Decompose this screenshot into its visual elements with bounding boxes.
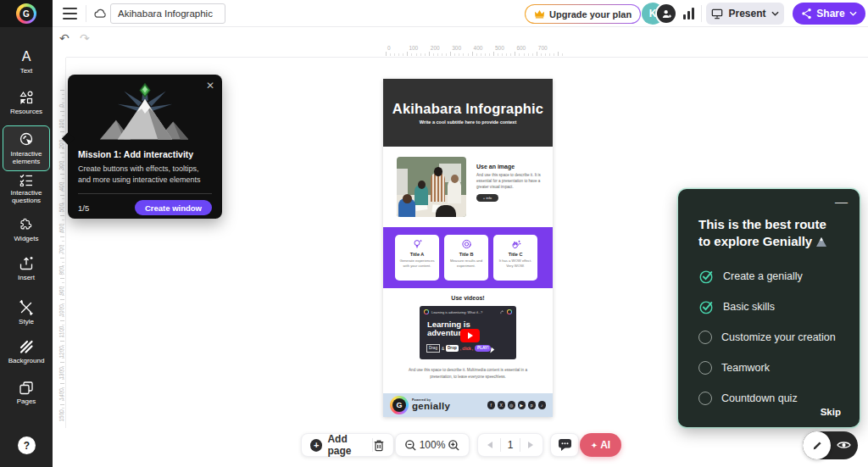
card-title: Title B <box>459 252 474 257</box>
zoom-out-button[interactable] <box>404 439 417 452</box>
share-button[interactable]: Share <box>793 3 865 25</box>
invite-collaborator-button[interactable] <box>655 3 677 25</box>
project-title-input[interactable] <box>110 3 225 24</box>
create-window-button[interactable]: Create window <box>135 200 212 215</box>
add-page-button[interactable]: + Add page <box>310 433 372 457</box>
meeting-photo[interactable] <box>397 157 466 217</box>
sidebar-item-label: Background <box>8 357 45 364</box>
zoom-controls-group: 100% <box>395 433 470 457</box>
sidebar-item-widgets[interactable]: Widgets <box>0 217 53 242</box>
card-title-b[interactable]: Title B Measure results and experiment. <box>444 235 488 281</box>
mission-mountain-illustration <box>68 83 222 146</box>
checklist-item-create-a-genially[interactable]: Create a genially <box>698 261 860 292</box>
genially-wordmark: genially <box>412 402 450 412</box>
sidebar-item-resources[interactable]: Resources <box>0 90 53 115</box>
sidebar-item-label: Widgets <box>14 235 39 242</box>
check-circle-icon <box>698 269 714 284</box>
eye-icon <box>837 439 851 451</box>
infographic-title[interactable]: Akihabara Infographic <box>392 101 543 116</box>
redo-button[interactable]: ↷ <box>80 31 90 45</box>
checklist-item-label: Create a genially <box>723 270 803 282</box>
cursor-icon <box>491 347 495 354</box>
checklist-item-teamwork[interactable]: Teamwork <box>698 353 860 383</box>
image-section-heading[interactable]: Use an image <box>476 164 541 170</box>
genially-logo-icon: G <box>16 3 36 24</box>
infographic-subtitle[interactable]: Write a cool subtitle here to provide co… <box>420 120 517 125</box>
top-bar: G Upgrade your plan K Present Share <box>0 0 868 27</box>
target-icon <box>461 239 472 250</box>
youtube-play-button[interactable] <box>460 329 480 342</box>
canvas-artboard[interactable]: Akihabara Infographic Write a cool subti… <box>383 79 553 417</box>
image-section: Use an image And use this space to descr… <box>383 147 553 227</box>
zoom-in-button[interactable] <box>448 439 460 452</box>
checklist-item-basic-skills[interactable]: Basic skills <box>698 292 860 322</box>
previous-page-button[interactable] <box>487 441 493 449</box>
infographic-footer[interactable]: G Powered by genially f X ◎ ▶ p ♪ <box>383 393 553 417</box>
next-page-button[interactable] <box>527 441 534 449</box>
sidebar-item-style[interactable]: Style <box>0 300 53 325</box>
text-icon: A <box>22 49 31 64</box>
add-page-label: Add page <box>327 433 372 457</box>
video-player[interactable]: Learning is adventuring: What if...? Lea… <box>420 306 516 359</box>
edit-mode-button[interactable] <box>803 431 831 459</box>
checklist-item-customize-your-creation[interactable]: Customize your creation <box>698 322 860 353</box>
card-title-a[interactable]: Title A Generate experiences with your c… <box>395 235 439 281</box>
image-section-body[interactable]: And use this space to describe it. It is… <box>476 172 541 190</box>
checklist-item-label: Teamwork <box>721 362 770 374</box>
divider <box>86 5 86 22</box>
ai-assistant-button[interactable]: ✦ AI <box>580 433 621 457</box>
youtube-icon[interactable]: ▶ <box>518 401 526 409</box>
checklist-title: This is the best route to explore Genial… <box>698 217 826 248</box>
cloud-saved-icon <box>94 8 107 19</box>
card-text: It has a WOW effect. Very WOW. <box>493 259 537 270</box>
upgrade-plan-button[interactable]: Upgrade your plan <box>525 4 641 24</box>
analytics-icon[interactable] <box>683 8 694 19</box>
facebook-icon[interactable]: f <box>487 401 496 409</box>
sidebar-item-pages[interactable]: Pages <box>0 381 53 405</box>
infographic-header[interactable]: Akihabara Infographic Write a cool subti… <box>383 79 553 147</box>
minimize-icon[interactable]: — <box>835 194 848 208</box>
genially-logo[interactable]: G <box>0 0 53 27</box>
sparkle-icon: ✦ <box>591 441 598 450</box>
arrow-right-icon <box>527 441 534 449</box>
sidebar-item-interactive-questions[interactable]: Interactive questions <box>0 173 53 204</box>
comment-icon <box>558 438 572 452</box>
skip-button[interactable]: Skip <box>821 407 841 417</box>
sidebar-item-label: Insert <box>18 274 35 281</box>
menu-icon[interactable] <box>63 8 77 19</box>
page-navigation-group: 1 <box>477 433 543 457</box>
tiktok-icon[interactable]: ♪ <box>538 401 547 409</box>
page-number[interactable]: 1 <box>508 439 514 451</box>
close-icon[interactable]: ✕ <box>206 80 214 92</box>
x-icon[interactable]: X <box>498 401 506 409</box>
card-text: Measure results and experiment. <box>444 259 488 270</box>
share-label: Share <box>816 8 844 19</box>
tag-drop: Drop <box>446 345 459 351</box>
info-button[interactable]: + info <box>476 194 498 202</box>
video-share-icon <box>500 310 504 314</box>
comments-button[interactable] <box>550 433 579 457</box>
card-title-c[interactable]: Title C It has a WOW effect. Very WOW. <box>493 235 537 281</box>
sidebar-item-background[interactable]: Background <box>0 339 53 364</box>
radio-circle-icon <box>698 361 712 375</box>
instagram-icon[interactable]: ◎ <box>508 401 516 409</box>
sidebar-item-text[interactable]: A Text <box>0 49 53 75</box>
present-button[interactable]: Present <box>706 3 784 25</box>
sidebar-item-label: Pages <box>17 398 36 405</box>
undo-button[interactable]: ↶ <box>59 31 70 45</box>
video-section: Use videos! Learning is adventuring: Wha… <box>383 288 553 393</box>
delete-page-button[interactable] <box>373 439 385 452</box>
divider <box>78 193 212 194</box>
sidebar-item-insert[interactable]: Insert <box>0 256 53 281</box>
cards-section: Title A Generate experiences with your c… <box>383 227 553 288</box>
help-button[interactable]: ? <box>18 436 36 454</box>
pinterest-icon[interactable]: p <box>528 401 537 409</box>
zoom-level-value[interactable]: 100% <box>420 439 446 451</box>
video-section-heading[interactable]: Use videos! <box>383 288 553 301</box>
divider <box>701 5 702 22</box>
present-label: Present <box>728 8 765 19</box>
video-caption[interactable]: And use this space to describe it. Multi… <box>404 367 531 380</box>
edit-preview-toggle[interactable] <box>803 431 858 459</box>
sidebar-item-interactive-elements[interactable]: Interactive elements <box>3 125 50 171</box>
preview-mode-button[interactable] <box>837 439 851 451</box>
